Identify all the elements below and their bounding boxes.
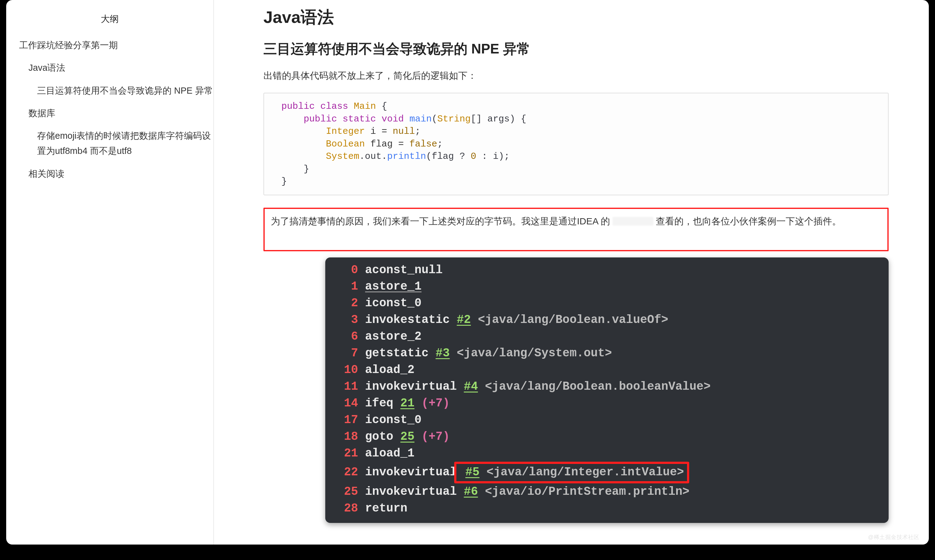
token-class: Main <box>354 101 376 112</box>
callout-post: 查看的，也向各位小伙伴案例一下这个插件。 <box>653 216 841 226</box>
bytecode-ref-group: #3 <java/lang/System.out> <box>428 346 612 360</box>
toc-item[interactable]: 数据库 <box>6 102 213 125</box>
token-punct: [] args) { <box>471 114 526 124</box>
bytecode-row: 14 ifeq 21 (+7) <box>337 395 876 412</box>
token-var: i = <box>365 126 393 137</box>
bytecode-offset: 21 <box>337 445 358 462</box>
toc-item[interactable]: Java语法 <box>6 57 213 79</box>
bytecode-offset: 3 <box>337 312 358 328</box>
bytecode-instruction: astore_2 <box>365 330 421 343</box>
watermark: @稀土掘金技术社区 <box>868 534 920 541</box>
bytecode-row: 11 invokevirtual #4 <java/lang/Boolean.b… <box>337 378 876 395</box>
bytecode-jump-target: 21 <box>400 397 414 410</box>
bytecode-ref-group: #6 <java/io/PrintStream.println> <box>457 485 690 498</box>
bytecode-row: 25 invokevirtual #6 <java/io/PrintStream… <box>337 483 876 500</box>
bytecode-instruction: ifeq <box>365 397 393 410</box>
bytecode-row: 21 aload_1 <box>337 445 876 462</box>
token-func: println <box>387 151 426 162</box>
bytecode-instruction: invokestatic <box>365 313 450 326</box>
bytecode-row: 10 aload_2 <box>337 362 876 378</box>
toc-item[interactable]: 相关阅读 <box>6 163 213 185</box>
bytecode-instruction: aload_1 <box>365 446 414 460</box>
bytecode-panel: 0 aconst_null1 astore_12 iconst_03 invok… <box>325 257 889 523</box>
token-punct: : i); <box>476 151 510 162</box>
bytecode-row: 7 getstatic #3 <java/lang/System.out> <box>337 345 876 362</box>
bytecode-descriptor: <java/lang/Boolean.booleanValue> <box>485 380 711 393</box>
bytecode-row: 6 astore_2 <box>337 328 876 345</box>
bytecode-instruction: aload_2 <box>365 363 414 377</box>
bytecode-offset: 10 <box>337 362 358 378</box>
bytecode-row: 1 astore_1 <box>337 278 876 295</box>
token-keyword: class <box>320 101 348 112</box>
redacted-plugin-name <box>613 217 653 226</box>
bytecode-offset: 17 <box>337 412 358 428</box>
token-keyword: static <box>343 114 376 124</box>
bytecode-offset: 2 <box>337 295 358 312</box>
highlight-callout: 为了搞清楚事情的原因，我们来看一下上述类对应的字节码。我这里是通过IDEA 的 … <box>263 208 889 251</box>
bytecode-row: 28 return <box>337 500 876 517</box>
token-type: Integer <box>326 126 365 137</box>
bytecode-row: 17 iconst_0 <box>337 412 876 428</box>
code-snippet: public class Main { public static void m… <box>263 93 889 195</box>
token-type: Boolean <box>326 139 365 149</box>
bytecode-descriptor: <java/io/PrintStream.println> <box>485 485 690 498</box>
token-punct: (flag ? <box>426 151 471 162</box>
bytecode-offset: 6 <box>337 328 358 345</box>
bytecode-offset: 1 <box>337 278 358 295</box>
token-class: System <box>326 151 359 162</box>
bytecode-jump-target: 25 <box>400 430 414 443</box>
token-punct: .out. <box>359 151 387 162</box>
bytecode-instruction: invokevirtual <box>365 485 457 498</box>
toc-item[interactable]: 工作踩坑经验分享第一期 <box>6 34 213 57</box>
toc-title: 大纲 <box>6 6 213 34</box>
bytecode-descriptor: <java/lang/Integer.intValue> <box>487 465 684 479</box>
intro-paragraph: 出错的具体代码就不放上来了，简化后的逻辑如下： <box>263 68 889 84</box>
token-func: main <box>410 114 431 124</box>
bytecode-constpool-ref: #2 <box>457 313 471 326</box>
callout-pre: 为了搞清楚事情的原因，我们来看一下上述类对应的字节码。我这里是通过IDEA 的 <box>271 216 613 226</box>
token-punct: ( <box>431 114 437 124</box>
bytecode-row: 0 aconst_null <box>337 262 876 278</box>
article-content: Java语法 三目运算符使用不当会导致诡异的 NPE 异常 出错的具体代码就不放… <box>214 0 929 545</box>
toc-item[interactable]: 三目运算符使用不当会导致诡异的 NPE 异常 <box>6 79 213 102</box>
bytecode-instruction: aconst_null <box>365 263 443 277</box>
bytecode-offset: 11 <box>337 378 358 395</box>
bytecode-instruction: invokevirtual <box>365 380 457 393</box>
token-literal: null <box>393 126 415 137</box>
toc-sidebar: 大纲 工作踩坑经验分享第一期 Java语法 三目运算符使用不当会导致诡异的 NP… <box>6 0 214 545</box>
bytecode-instruction: iconst_0 <box>365 296 421 310</box>
bytecode-instruction: astore_1 <box>365 280 421 293</box>
app-window: 大纲 工作踩坑经验分享第一期 Java语法 三目运算符使用不当会导致诡异的 NP… <box>6 0 929 545</box>
bytecode-constpool-ref: #5 <box>465 465 479 479</box>
bytecode-figure: 0 aconst_null1 astore_12 iconst_03 invok… <box>263 257 889 523</box>
bytecode-instruction: return <box>365 502 408 515</box>
bytecode-instruction: iconst_0 <box>365 413 421 426</box>
bytecode-offset-rel: (+7) <box>421 430 450 443</box>
bytecode-offset: 0 <box>337 262 358 278</box>
token-literal: false <box>410 139 437 149</box>
bytecode-instruction: goto <box>365 430 393 443</box>
token-keyword: public <box>303 114 337 124</box>
heading-1: Java语法 <box>263 6 889 29</box>
token-type: String <box>437 114 471 124</box>
token-punct: } <box>281 176 287 187</box>
bytecode-offset: 7 <box>337 345 358 362</box>
token-punct: { <box>376 101 387 112</box>
bytecode-constpool-ref: #4 <box>464 380 478 393</box>
bytecode-offset: 18 <box>337 428 358 445</box>
bytecode-ref-group: #2 <java/lang/Boolean.valueOf> <box>450 313 668 326</box>
token-keyword: void <box>382 114 404 124</box>
token-var: flag = <box>365 139 410 149</box>
bytecode-descriptor: <java/lang/System.out> <box>457 346 612 360</box>
bytecode-instruction: getstatic <box>365 346 428 360</box>
bytecode-ref-group: #4 <java/lang/Boolean.booleanValue> <box>457 380 710 393</box>
bytecode-descriptor: <java/lang/Boolean.valueOf> <box>478 313 669 326</box>
bytecode-offset-rel: (+7) <box>421 397 450 410</box>
bytecode-row: 18 goto 25 (+7) <box>337 428 876 445</box>
token-literal: 0 <box>471 151 476 162</box>
bytecode-offset: 25 <box>337 483 358 500</box>
toc-item[interactable]: 存储emoji表情的时候请把数据库字符编码设置为utf8mb4 而不是utf8 <box>6 125 213 163</box>
bytecode-instruction: invokevirtual <box>365 465 457 479</box>
bytecode-offset: 28 <box>337 500 358 517</box>
token-punct: ; <box>437 139 443 149</box>
